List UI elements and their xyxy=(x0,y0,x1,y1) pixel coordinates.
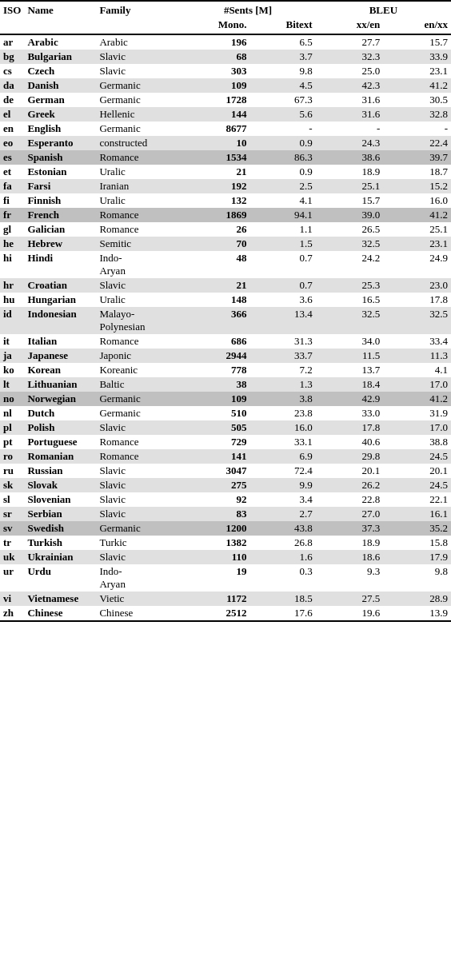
cell-mono: 1728 xyxy=(180,93,249,107)
cell-xxen: 37.3 xyxy=(316,521,384,536)
table-row: de German Germanic 1728 67.3 31.6 30.5 xyxy=(0,93,451,107)
cell-family: Romance xyxy=(96,208,180,222)
cell-family: Arabic xyxy=(96,34,180,50)
table-row: eo Esperanto constructed 10 0.9 24.3 22.… xyxy=(0,136,451,150)
cell-iso: fr xyxy=(0,208,24,222)
table-row: ur Urdu Indo-Aryan 19 0.3 9.3 9.8 xyxy=(0,564,451,592)
cell-xxen: 20.1 xyxy=(316,464,384,478)
cell-bitext: 7.2 xyxy=(250,363,316,377)
cell-mono: 778 xyxy=(180,363,249,377)
cell-name: Serbian xyxy=(24,507,96,521)
cell-mono: 26 xyxy=(180,222,249,237)
cell-bitext: 1.3 xyxy=(250,377,316,392)
cell-family: Romance xyxy=(96,334,180,349)
cell-enxx: 39.7 xyxy=(383,150,451,165)
cell-name: Korean xyxy=(24,363,96,377)
cell-mono: 1534 xyxy=(180,150,249,165)
cell-bitext: 18.5 xyxy=(250,592,316,606)
table-row: pt Portuguese Romance 729 33.1 40.6 38.8 xyxy=(0,435,451,449)
table-row: lt Lithuanian Baltic 38 1.3 18.4 17.0 xyxy=(0,377,451,392)
cell-enxx: 18.7 xyxy=(383,165,451,179)
cell-iso: it xyxy=(0,334,24,349)
cell-mono: 48 xyxy=(180,251,249,278)
cell-xxen: 9.3 xyxy=(316,564,384,592)
cell-xxen: 18.4 xyxy=(316,377,384,392)
cell-iso: el xyxy=(0,107,24,122)
cell-bitext: 0.7 xyxy=(250,251,316,278)
cell-mono: 132 xyxy=(180,193,249,208)
cell-family: Uralic xyxy=(96,293,180,307)
col-bitext: Bitext xyxy=(250,18,316,34)
cell-family: Slavic xyxy=(96,64,180,78)
cell-enxx: 41.2 xyxy=(383,78,451,93)
cell-bitext: 33.1 xyxy=(250,435,316,449)
cell-enxx: 15.2 xyxy=(383,179,451,193)
cell-enxx: 41.2 xyxy=(383,208,451,222)
col-family: Family xyxy=(96,1,180,18)
cell-iso: sr xyxy=(0,507,24,521)
cell-name: Arabic xyxy=(24,34,96,50)
cell-mono: 686 xyxy=(180,334,249,349)
cell-xxen: 19.6 xyxy=(316,606,384,621)
cell-iso: gl xyxy=(0,222,24,237)
cell-family: Germanic xyxy=(96,392,180,406)
col-enxx: en/xx xyxy=(383,18,451,34)
cell-enxx: 23.0 xyxy=(383,278,451,293)
cell-mono: 1869 xyxy=(180,208,249,222)
table-row: ja Japanese Japonic 2944 33.7 11.5 11.3 xyxy=(0,349,451,363)
cell-name: Esperanto xyxy=(24,136,96,150)
cell-enxx: 13.9 xyxy=(383,606,451,621)
cell-iso: es xyxy=(0,150,24,165)
table-row: ko Korean Koreanic 778 7.2 13.7 4.1 xyxy=(0,363,451,377)
cell-family: Germanic xyxy=(96,93,180,107)
cell-xxen: 18.9 xyxy=(316,165,384,179)
cell-enxx: 17.0 xyxy=(383,420,451,435)
cell-name: English xyxy=(24,122,96,136)
cell-enxx: 38.8 xyxy=(383,435,451,449)
table-row: bg Bulgarian Slavic 68 3.7 32.3 33.9 xyxy=(0,50,451,64)
cell-iso: hr xyxy=(0,278,24,293)
cell-mono: 275 xyxy=(180,478,249,492)
table-row: hr Croatian Slavic 21 0.7 25.3 23.0 xyxy=(0,278,451,293)
cell-family: Indo-Aryan xyxy=(96,564,180,592)
cell-name: Hindi xyxy=(24,251,96,278)
col-sents: #Sents [M] xyxy=(180,1,315,18)
cell-iso: nl xyxy=(0,406,24,420)
cell-enxx: 25.1 xyxy=(383,222,451,237)
cell-family: Koreanic xyxy=(96,363,180,377)
cell-mono: 110 xyxy=(180,550,249,564)
cell-xxen: 29.8 xyxy=(316,449,384,464)
cell-family: Malayo-Polynesian xyxy=(96,307,180,334)
col-xxen: xx/en xyxy=(316,18,384,34)
cell-xxen: 25.3 xyxy=(316,278,384,293)
cell-xxen: - xyxy=(316,122,384,136)
col-bleu: BLEU xyxy=(316,1,451,18)
table-row: no Norwegian Germanic 109 3.8 42.9 41.2 xyxy=(0,392,451,406)
cell-enxx: 20.1 xyxy=(383,464,451,478)
cell-name: French xyxy=(24,208,96,222)
col-iso: ISO xyxy=(0,1,24,18)
cell-xxen: 27.5 xyxy=(316,592,384,606)
cell-name: Bulgarian xyxy=(24,50,96,64)
cell-enxx: 33.9 xyxy=(383,50,451,64)
cell-family: Slavic xyxy=(96,278,180,293)
cell-iso: lt xyxy=(0,377,24,392)
cell-mono: 303 xyxy=(180,64,249,78)
cell-iso: fa xyxy=(0,179,24,193)
table-row: gl Galician Romance 26 1.1 26.5 25.1 xyxy=(0,222,451,237)
cell-iso: id xyxy=(0,307,24,334)
cell-name: Indonesian xyxy=(24,307,96,334)
cell-mono: 19 xyxy=(180,564,249,592)
cell-family: Slavic xyxy=(96,420,180,435)
cell-bitext: 43.8 xyxy=(250,521,316,536)
cell-bitext: 17.6 xyxy=(250,606,316,621)
cell-iso: fi xyxy=(0,193,24,208)
cell-iso: tr xyxy=(0,536,24,550)
cell-xxen: 34.0 xyxy=(316,334,384,349)
cell-enxx: 9.8 xyxy=(383,564,451,592)
cell-name: Danish xyxy=(24,78,96,93)
cell-xxen: 38.6 xyxy=(316,150,384,165)
table-row: fi Finnish Uralic 132 4.1 15.7 16.0 xyxy=(0,193,451,208)
cell-bitext: 0.7 xyxy=(250,278,316,293)
cell-family: Germanic xyxy=(96,78,180,93)
